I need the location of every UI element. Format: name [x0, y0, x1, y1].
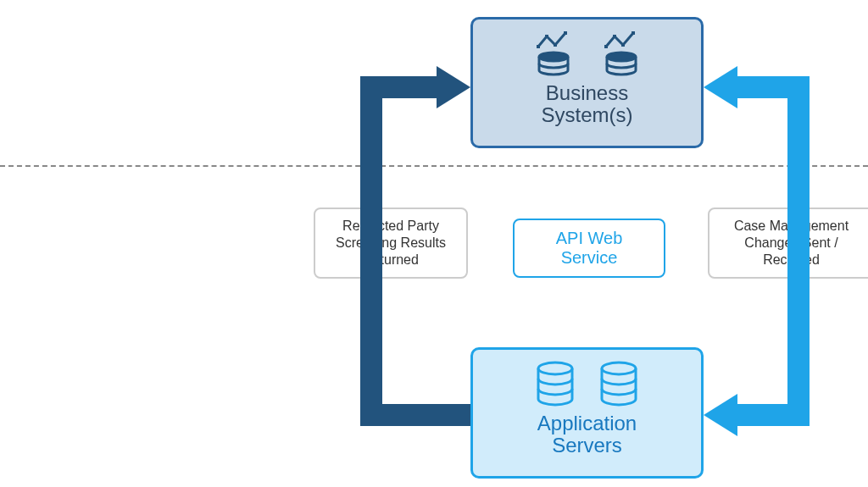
svg-rect-18 — [787, 76, 810, 426]
svg-marker-20 — [704, 394, 737, 436]
svg-rect-19 — [737, 404, 810, 426]
svg-marker-17 — [704, 66, 737, 108]
case-management-arrow — [0, 0, 868, 487]
